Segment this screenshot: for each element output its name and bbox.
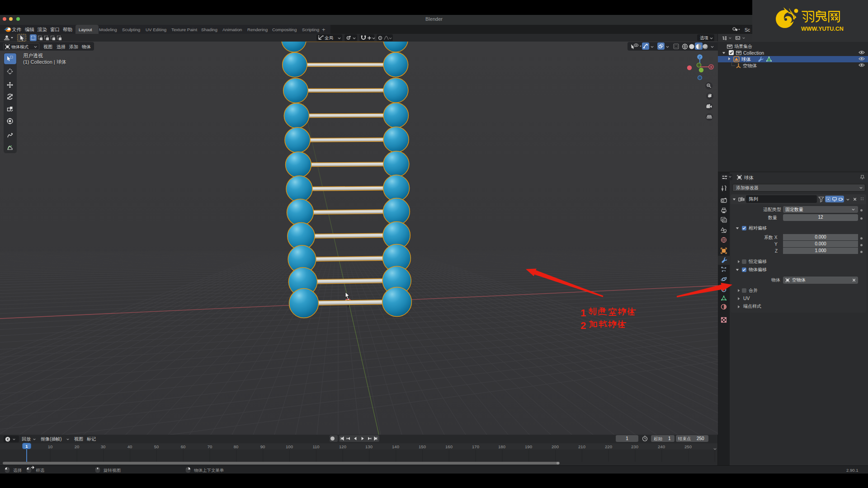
svg-text:2: 2: [580, 320, 586, 331]
svg-text:1: 1: [580, 307, 586, 319]
